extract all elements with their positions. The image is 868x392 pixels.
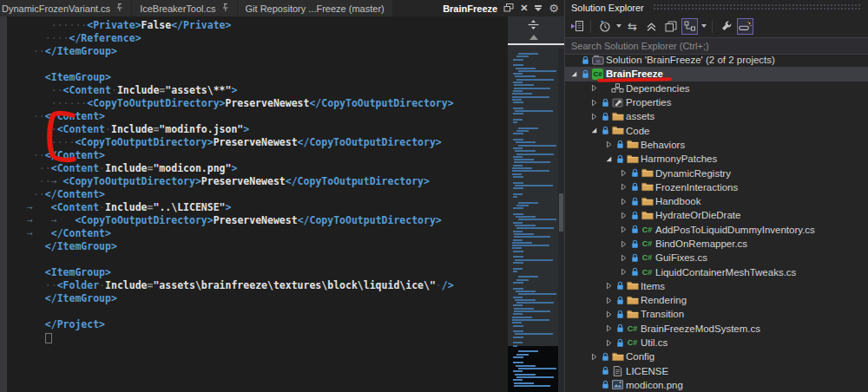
folder-icon (640, 197, 654, 206)
tree-item-hydrateordiedrate[interactable]: HydrateOrDieDrate (565, 208, 868, 222)
tree-item-solution-brainfreeze-2-of-2-projects-[interactable]: ∞Solution 'BrainFreeze' (2 of 2 projects… (565, 53, 868, 67)
chevron-collapsed-icon[interactable] (603, 339, 615, 347)
tab-dynamicfrozenvariant-cs[interactable]: DynamicFrozenVariant.cs (0, 0, 131, 16)
minimap-line (513, 251, 523, 252)
tree-item-label: Dependencies (626, 83, 690, 94)
gear-icon[interactable]: ⚙ (549, 3, 559, 14)
chevron-collapsed-icon[interactable] (618, 225, 629, 233)
tree-item-transition[interactable]: Transition (565, 307, 868, 321)
tree-item-assets[interactable]: assets (565, 109, 868, 123)
tree-item-behaviors[interactable]: Behaviors (565, 138, 868, 152)
minimap-line (513, 231, 523, 232)
minimap-line (514, 385, 550, 387)
code-line: ··</Content> (27, 110, 508, 123)
pin-icon[interactable] (115, 3, 123, 14)
sync-with-active-document-icon[interactable]: ⇆ (624, 18, 641, 35)
chevron-collapsed-icon[interactable] (603, 310, 615, 318)
tree-item-items[interactable]: Items (565, 279, 868, 293)
code-line: ····</Reference> (27, 32, 508, 45)
show-all-files-icon[interactable] (662, 18, 679, 35)
scroll-up-arrow-icon[interactable] (529, 35, 538, 40)
tree-item-util-cs[interactable]: C#Util.cs (565, 336, 868, 350)
minimap-line (513, 108, 523, 109)
properties-wrench-icon[interactable] (718, 18, 734, 35)
minimap-line (513, 222, 523, 224)
tab-icebreakertool-cs[interactable]: IceBreakerTool.cs (132, 0, 236, 16)
folder-icon (625, 296, 640, 305)
float-window-icon[interactable] (503, 3, 514, 14)
tree-item-bindonremapper-cs[interactable]: C#BindOnRemapper.cs (565, 237, 868, 251)
chevron-collapsed-icon[interactable] (603, 297, 615, 304)
search-input[interactable]: Search Solution Explorer (Ctrl+;) (565, 37, 868, 55)
split-editor-handle-icon[interactable] (528, 18, 539, 34)
tree-item-dynamicregistry[interactable]: DynamicRegistry (565, 166, 868, 180)
chevron-collapsed-icon[interactable] (618, 212, 629, 219)
lock-icon (629, 211, 640, 220)
tree-item-dependencies[interactable]: Dependencies (565, 82, 868, 95)
chevron-collapsed-icon[interactable] (589, 84, 600, 92)
active-tab-label: BrainFreeze (443, 3, 497, 14)
minimap-line (515, 110, 553, 112)
chevron-collapsed-icon[interactable] (603, 140, 615, 148)
chevron-collapsed-icon[interactable] (589, 113, 600, 121)
minimap-line (513, 336, 523, 338)
csharp-file-icon: C# (640, 225, 654, 234)
minimap-line (514, 88, 550, 89)
tree-item-guifixes-cs[interactable]: C#GuiFixes.cs (565, 251, 868, 265)
tree-item-config[interactable]: Config (565, 350, 868, 363)
panel-drag-grip[interactable] (653, 3, 861, 11)
lock-icon (629, 225, 640, 234)
minimap-line (513, 239, 523, 241)
tree-item-modicon-png[interactable]: modicon.png (565, 378, 868, 392)
tab-git-repository-freeze-master-[interactable]: Git Repository ...Freeze (master) (238, 0, 392, 16)
tree-item-code[interactable]: Code (565, 123, 868, 137)
tab-list-dropdown-icon[interactable] (535, 5, 542, 11)
preview-selected-items-icon[interactable] (737, 18, 753, 35)
chevron-collapsed-icon[interactable] (603, 324, 615, 332)
tree-item-handbook[interactable]: Handbook (565, 194, 868, 208)
tree-item-label: Util.cs (641, 337, 667, 348)
collapse-all-icon[interactable] (643, 18, 660, 35)
chevron-collapsed-icon[interactable] (589, 99, 600, 107)
chevron-collapsed-icon[interactable] (618, 240, 629, 248)
folder-icon (625, 140, 640, 149)
tree-item-brainfreeze[interactable]: C#BrainFreeze (565, 67, 868, 81)
chevron-collapsed-icon[interactable] (618, 254, 629, 262)
dropdown-caret-icon[interactable] (701, 24, 707, 28)
tab-brainfreeze-active[interactable]: BrainFreeze ✕ (437, 0, 533, 16)
toolbar-separator (712, 20, 713, 33)
tree-item-license[interactable]: LICENSE (565, 364, 868, 378)
chevron-collapsed-icon[interactable] (603, 282, 615, 290)
lock-icon (600, 352, 610, 362)
solution-explorer-header[interactable]: Solution Explorer (565, 0, 868, 15)
close-icon[interactable]: ✕ (520, 3, 528, 13)
code-line: </ItemGroup> (27, 292, 508, 305)
code-editor[interactable]: ······<Private>False</Private> ····</Ref… (7, 16, 508, 392)
tree-item-harmonypatches[interactable]: HarmonyPatches (565, 152, 868, 166)
folder-icon (610, 112, 625, 121)
chevron-collapsed-icon[interactable] (618, 268, 629, 276)
tree-item-liquidcontainermeshtweaks-cs[interactable]: C#LiquidContainerMeshTweaks.cs (565, 265, 868, 278)
chevron-collapsed-icon[interactable] (618, 198, 629, 206)
chevron-expanded-icon[interactable] (569, 70, 580, 78)
csharp-file-icon: C# (625, 338, 640, 347)
minimap-scrollbar[interactable] (508, 16, 564, 392)
tree-item-properties[interactable]: Properties (565, 95, 868, 109)
chevron-expanded-icon[interactable] (589, 127, 600, 134)
minimap-line (513, 64, 523, 66)
chevron-collapsed-icon[interactable] (589, 353, 600, 361)
chevron-collapsed-icon[interactable] (618, 183, 629, 191)
chevron-expanded-icon[interactable] (603, 155, 615, 163)
tree-item-brainfreezemodsystem-cs[interactable]: C#BrainFreezeModSystem.cs (565, 322, 868, 336)
scrollbar-thumb[interactable] (559, 193, 563, 232)
minimap-line (514, 236, 550, 238)
view-switch-icon[interactable] (569, 18, 585, 35)
pending-changes-filter-icon[interactable] (596, 18, 613, 35)
tree-item-rendering[interactable]: Rendering (565, 293, 868, 307)
tree-item-addpostoliquiddummyinventory-cs[interactable]: C#AddPosToLiquidDummyInventory.cs (565, 223, 868, 237)
pin-icon[interactable] (221, 3, 229, 14)
chevron-collapsed-icon[interactable] (618, 169, 629, 177)
tree-item-frozeninteractions[interactable]: FrozenInteractions (565, 180, 868, 194)
file-nesting-icon[interactable] (681, 18, 698, 35)
dropdown-caret-icon[interactable] (616, 24, 621, 28)
